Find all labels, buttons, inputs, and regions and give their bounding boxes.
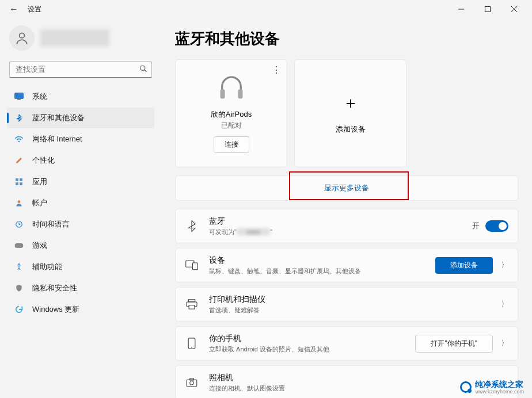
svg-point-26 xyxy=(191,347,192,348)
svg-rect-18 xyxy=(220,89,225,98)
row-desc: 可发现为"xxxx" xyxy=(209,228,472,236)
camera-icon xyxy=(185,376,199,389)
printer-icon xyxy=(185,297,199,311)
show-more-devices[interactable]: 显示更多设备 xyxy=(175,175,518,201)
add-device-button[interactable]: 添加设备 xyxy=(435,257,493,274)
main-content: 蓝牙和其他设备 ⋮ 欣的AirPods 已配对 连接 ＋ 添加设备 显示更多设备… xyxy=(161,18,532,398)
nav-accounts[interactable]: 帐户 xyxy=(7,193,154,213)
close-button[interactable] xyxy=(501,0,527,18)
nav-update[interactable]: Windows 更新 xyxy=(7,299,154,320)
chevron-right-icon: 〉 xyxy=(501,260,508,270)
headphones-icon xyxy=(216,72,246,102)
add-device-card[interactable]: ＋ 添加设备 xyxy=(294,59,406,167)
phone-icon xyxy=(185,336,199,350)
phone-row[interactable]: 你的手机 立即获取 Android 设备的照片、短信及其他 打开"你的手机" 〉 xyxy=(175,326,518,361)
nav-label: 帐户 xyxy=(32,198,47,208)
nav-label: 蓝牙和其他设备 xyxy=(32,113,85,123)
bluetooth-toggle[interactable] xyxy=(485,220,508,232)
watermark-icon xyxy=(460,381,472,393)
apps-icon xyxy=(14,177,24,187)
row-title: 设备 xyxy=(209,255,435,266)
svg-rect-19 xyxy=(238,89,242,98)
row-title: 打印机和扫描仪 xyxy=(209,294,501,305)
connect-button[interactable]: 连接 xyxy=(214,136,249,153)
chevron-right-icon: 〉 xyxy=(501,299,508,309)
svg-rect-29 xyxy=(190,378,193,380)
devices-row[interactable]: 设备 鼠标、键盘、触笔、音频、显示器和扩展坞、其他设备 添加设备 〉 xyxy=(175,248,518,282)
title-bar: ← 设置 xyxy=(0,0,532,18)
watermark: 纯净系统之家 www.kzmyhome.com xyxy=(460,380,524,395)
accessibility-icon xyxy=(14,262,24,272)
nav-system[interactable]: 系统 xyxy=(7,86,154,107)
svg-rect-11 xyxy=(20,178,22,181)
brush-icon xyxy=(14,155,24,166)
bluetooth-icon xyxy=(185,219,199,233)
search-input[interactable] xyxy=(9,61,152,78)
svg-rect-21 xyxy=(193,263,198,270)
svg-point-17 xyxy=(18,263,20,265)
nav-label: 网络和 Internet xyxy=(32,134,82,144)
printers-row[interactable]: 打印机和扫描仪 首选项、疑难解答 〉 xyxy=(175,287,518,322)
nav-time[interactable]: 时间和语言 xyxy=(7,214,154,235)
device-card[interactable]: ⋮ 欣的AirPods 已配对 连接 xyxy=(175,59,287,167)
row-title: 蓝牙 xyxy=(209,216,472,227)
back-button[interactable]: ← xyxy=(5,4,23,14)
bluetooth-row[interactable]: 蓝牙 可发现为"xxxx" 开 xyxy=(175,209,518,243)
svg-rect-8 xyxy=(17,99,21,100)
svg-point-5 xyxy=(140,66,145,70)
row-title: 你的手机 xyxy=(209,334,415,344)
nav-list: 系统 蓝牙和其他设备 网络和 Internet 个性化 应用 帐户 时间和语言 … xyxy=(7,86,154,320)
nav-label: 个性化 xyxy=(32,155,55,166)
svg-rect-16 xyxy=(15,243,24,248)
avatar xyxy=(9,25,35,51)
nav-label: 辅助功能 xyxy=(32,262,62,272)
svg-line-6 xyxy=(145,70,147,72)
minimize-button[interactable] xyxy=(448,0,474,18)
svg-rect-24 xyxy=(189,305,195,309)
user-name xyxy=(40,29,109,47)
gamepad-icon xyxy=(14,240,24,251)
nav-personalize[interactable]: 个性化 xyxy=(7,150,154,171)
nav-apps[interactable]: 应用 xyxy=(7,171,154,192)
monitor-icon xyxy=(14,91,24,102)
shield-icon xyxy=(14,283,24,293)
search-icon xyxy=(139,65,147,75)
nav-gaming[interactable]: 游戏 xyxy=(7,235,154,256)
nav-bluetooth[interactable]: 蓝牙和其他设备 xyxy=(7,108,154,128)
svg-point-14 xyxy=(18,200,21,203)
svg-rect-12 xyxy=(16,182,18,185)
row-desc: 首选项、疑难解答 xyxy=(209,306,501,315)
more-icon[interactable]: ⋮ xyxy=(272,64,281,75)
window-controls xyxy=(448,0,527,18)
open-phone-button[interactable]: 打开"你的手机" xyxy=(415,335,493,353)
nav-accessibility[interactable]: 辅助功能 xyxy=(7,257,154,277)
toggle-label: 开 xyxy=(472,221,480,231)
devices-icon xyxy=(185,258,199,272)
nav-label: 应用 xyxy=(32,177,47,187)
nav-label: 隐私和安全性 xyxy=(32,283,77,293)
user-block[interactable] xyxy=(7,23,154,58)
svg-rect-22 xyxy=(188,300,195,302)
maximize-button[interactable] xyxy=(474,0,501,18)
wifi-icon xyxy=(14,134,24,144)
svg-point-9 xyxy=(18,141,20,143)
chevron-right-icon: 〉 xyxy=(501,338,508,349)
nav-network[interactable]: 网络和 Internet xyxy=(7,129,154,150)
device-name: 欣的AirPods xyxy=(211,109,252,120)
device-status: 已配对 xyxy=(221,121,242,131)
nav-privacy[interactable]: 隐私和安全性 xyxy=(7,278,154,298)
row-desc: 立即获取 Android 设备的照片、短信及其他 xyxy=(209,345,415,354)
person-icon xyxy=(14,198,24,208)
more-devices-label: 显示更多设备 xyxy=(324,183,369,193)
window-title: 设置 xyxy=(28,5,41,14)
globe-clock-icon xyxy=(14,219,24,229)
nav-label: 时间和语言 xyxy=(32,219,70,229)
sidebar: 系统 蓝牙和其他设备 网络和 Internet 个性化 应用 帐户 时间和语言 … xyxy=(0,18,161,398)
svg-rect-7 xyxy=(15,93,24,99)
update-icon xyxy=(14,304,24,315)
row-desc: 鼠标、键盘、触笔、音频、显示器和扩展坞、其他设备 xyxy=(209,267,435,275)
nav-label: Windows 更新 xyxy=(32,304,79,315)
svg-rect-1 xyxy=(485,7,491,12)
watermark-url: www.kzmyhome.com xyxy=(475,389,524,395)
watermark-text: 纯净系统之家 xyxy=(475,380,523,389)
